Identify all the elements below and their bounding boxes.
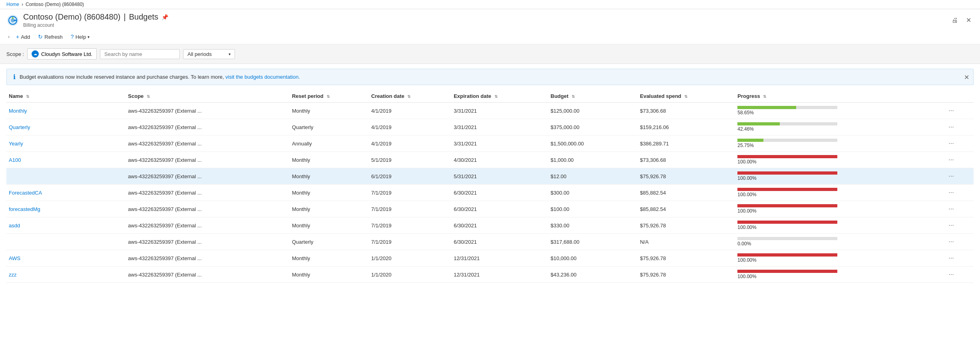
more-options-button[interactable]: ··· bbox=[946, 106, 956, 115]
cell-scope: aws-432263259397 (External ... bbox=[125, 234, 289, 250]
cell-expiry: 6/30/2021 bbox=[451, 234, 548, 250]
cell-name bbox=[6, 168, 125, 185]
cell-expiry: 3/31/2021 bbox=[451, 103, 548, 119]
cell-creation: 5/1/2019 bbox=[369, 152, 451, 168]
scope-selector[interactable]: ☁ Cloudyn Software Ltd. bbox=[27, 48, 97, 60]
pin-icon[interactable]: 📌 bbox=[161, 14, 168, 20]
cell-evaluated: $75,926.78 bbox=[637, 217, 735, 234]
filters-bar: Scope : ☁ Cloudyn Software Ltd. All peri… bbox=[0, 44, 980, 64]
cell-progress: 25.75% bbox=[735, 135, 944, 152]
service-icon bbox=[6, 14, 19, 27]
progress-cell: 100.00% bbox=[737, 171, 941, 181]
cell-scope: aws-432263259397 (External ... bbox=[125, 267, 289, 283]
cell-reset: Annually bbox=[289, 135, 368, 152]
table-row[interactable]: forecastedMg aws-432263259397 (External … bbox=[6, 201, 974, 217]
col-header-evaluated[interactable]: Evaluated spend ⇅ bbox=[637, 90, 735, 103]
print-button[interactable]: 🖨 bbox=[949, 15, 960, 26]
more-options-button[interactable]: ··· bbox=[946, 123, 956, 131]
progress-cell: 100.00% bbox=[737, 270, 941, 279]
close-button[interactable]: ✕ bbox=[964, 15, 974, 26]
progress-cell: 100.00% bbox=[737, 188, 941, 197]
info-close-button[interactable]: ✕ bbox=[964, 73, 969, 81]
cell-name: A100 bbox=[6, 152, 125, 168]
cell-name bbox=[6, 234, 125, 250]
budget-name-link[interactable]: Monthly bbox=[9, 108, 27, 114]
cell-reset: Monthly bbox=[289, 250, 368, 267]
cell-scope: aws-432263259397 (External ... bbox=[125, 135, 289, 152]
sort-reset-icon: ⇅ bbox=[327, 94, 330, 99]
budget-name-link[interactable]: A100 bbox=[9, 157, 21, 163]
header-title-block: Contoso (Demo) (8608480) | Budgets 📌 Bil… bbox=[23, 12, 949, 28]
col-header-reset[interactable]: Reset period ⇅ bbox=[289, 90, 368, 103]
scope-value: Cloudyn Software Ltd. bbox=[41, 51, 92, 57]
progress-cell: 42.46% bbox=[737, 122, 941, 132]
table-row[interactable]: aws-432263259397 (External ... Monthly 6… bbox=[6, 168, 974, 185]
help-label: Help bbox=[76, 34, 86, 40]
budget-name-link[interactable]: ForecastedCA bbox=[9, 190, 42, 196]
budget-name-link[interactable]: Quarterly bbox=[9, 124, 30, 130]
cell-evaluated: $159,216.06 bbox=[637, 119, 735, 135]
more-options-button[interactable]: ··· bbox=[946, 254, 956, 263]
add-button[interactable]: + Add bbox=[13, 32, 33, 42]
budget-name-link[interactable]: zzz bbox=[9, 272, 17, 278]
more-options-button[interactable]: ··· bbox=[946, 221, 956, 230]
top-bar: Home › Contoso (Demo) (8608480) bbox=[0, 0, 980, 9]
progress-cell: 0.00% bbox=[737, 237, 941, 247]
more-options-button[interactable]: ··· bbox=[946, 172, 956, 181]
cell-progress: 100.00% bbox=[735, 201, 944, 217]
cell-name: Quarterly bbox=[6, 119, 125, 135]
cell-actions: ··· bbox=[944, 185, 974, 201]
more-options-button[interactable]: ··· bbox=[946, 139, 956, 148]
col-header-name[interactable]: Name ⇅ bbox=[6, 90, 125, 103]
cell-scope: aws-432263259397 (External ... bbox=[125, 152, 289, 168]
breadcrumb-home[interactable]: Home bbox=[6, 2, 19, 7]
period-dropdown[interactable]: All periods ▾ bbox=[183, 49, 235, 59]
progress-cell: 100.00% bbox=[737, 221, 941, 230]
more-options-button[interactable]: ··· bbox=[946, 155, 956, 164]
add-label: Add bbox=[21, 34, 30, 40]
budget-name-link[interactable]: AWS bbox=[9, 255, 20, 261]
page-header: Contoso (Demo) (8608480) | Budgets 📌 Bil… bbox=[0, 9, 980, 30]
progress-cell: 25.75% bbox=[737, 139, 941, 148]
toolbar: › + Add ↻ Refresh ? Help ▾ bbox=[0, 30, 980, 44]
help-button[interactable]: ? Help ▾ bbox=[68, 32, 93, 42]
collapse-button[interactable]: › bbox=[6, 32, 11, 41]
col-header-scope[interactable]: Scope ⇅ bbox=[125, 90, 289, 103]
col-header-expiry[interactable]: Expiration date ⇅ bbox=[451, 90, 548, 103]
info-link[interactable]: visit the budgets documentation. bbox=[225, 74, 300, 80]
breadcrumb-current: Contoso (Demo) (8608480) bbox=[26, 2, 84, 7]
budget-name-link[interactable]: Yearly bbox=[9, 141, 23, 147]
progress-label: 58.65% bbox=[737, 110, 941, 115]
progress-bar bbox=[737, 253, 837, 257]
table-row[interactable]: Quarterly aws-432263259397 (External ...… bbox=[6, 119, 974, 135]
table-row[interactable]: aws-432263259397 (External ... Quarterly… bbox=[6, 234, 974, 250]
budget-name-link[interactable]: forecastedMg bbox=[9, 206, 40, 212]
cell-expiry: 4/30/2021 bbox=[451, 152, 548, 168]
more-options-button[interactable]: ··· bbox=[946, 270, 956, 279]
table-row[interactable]: ForecastedCA aws-432263259397 (External … bbox=[6, 185, 974, 201]
cell-budget: $1,500,000.00 bbox=[548, 135, 638, 152]
table-row[interactable]: A100 aws-432263259397 (External ... Mont… bbox=[6, 152, 974, 168]
table-row[interactable]: Monthly aws-432263259397 (External ... M… bbox=[6, 103, 974, 119]
refresh-button[interactable]: ↻ Refresh bbox=[35, 32, 66, 42]
cell-progress: 58.65% bbox=[735, 103, 944, 119]
progress-bar-container bbox=[737, 237, 837, 240]
table-row[interactable]: Yearly aws-432263259397 (External ... An… bbox=[6, 135, 974, 152]
col-header-progress[interactable]: Progress ⇅ bbox=[735, 90, 944, 103]
col-header-budget[interactable]: Budget ⇅ bbox=[548, 90, 638, 103]
breadcrumb: Home › Contoso (Demo) (8608480) bbox=[6, 2, 974, 7]
table-row[interactable]: asdd aws-432263259397 (External ... Mont… bbox=[6, 217, 974, 234]
more-options-button[interactable]: ··· bbox=[946, 237, 956, 246]
progress-bar-container bbox=[737, 270, 837, 273]
title-separator: | bbox=[123, 12, 125, 22]
budget-name-link[interactable]: asdd bbox=[9, 223, 20, 229]
more-options-button[interactable]: ··· bbox=[946, 205, 956, 213]
table-row[interactable]: zzz aws-432263259397 (External ... Month… bbox=[6, 267, 974, 283]
col-header-creation[interactable]: Creation date ⇅ bbox=[369, 90, 451, 103]
search-input[interactable] bbox=[100, 49, 180, 59]
cell-name: Monthly bbox=[6, 103, 125, 119]
more-options-button[interactable]: ··· bbox=[946, 188, 956, 197]
cell-expiry: 3/31/2021 bbox=[451, 135, 548, 152]
cell-expiry: 12/31/2021 bbox=[451, 267, 548, 283]
table-row[interactable]: AWS aws-432263259397 (External ... Month… bbox=[6, 250, 974, 267]
